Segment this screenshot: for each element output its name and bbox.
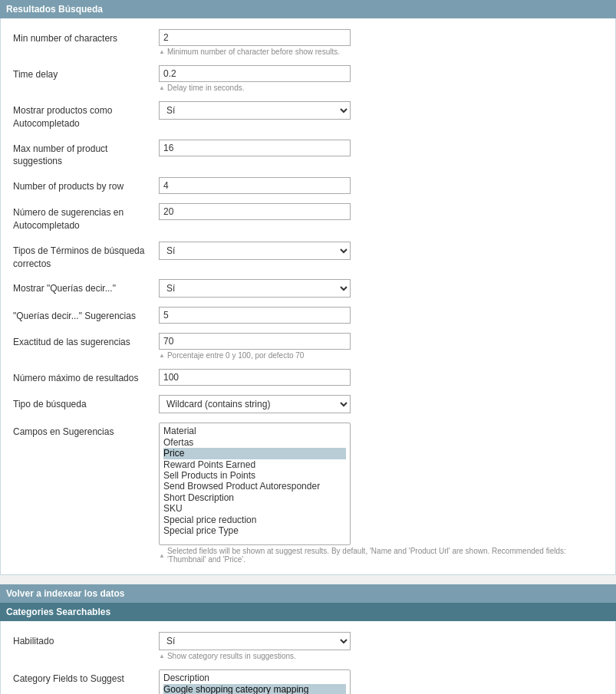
control-tipo-busqueda: Wildcard (contains string) Exact Fuzzy — [159, 395, 603, 413]
control-tipos-terminos: Sí No — [159, 242, 603, 260]
input-sugerencias-auto[interactable] — [159, 203, 351, 220]
control-habilitado: Sí No Show category results in suggestio… — [159, 632, 603, 660]
select-querias-decir[interactable]: Sí No — [159, 279, 351, 298]
input-products-row[interactable] — [159, 177, 351, 194]
form-row-exactitud: Exactitud de las sugerencias Porcentaje … — [1, 328, 615, 364]
label-time-delay: Time delay — [13, 65, 159, 81]
categories-header: Categories Searchables — [0, 603, 616, 621]
label-mostrar-productos: Mostrar productos como Autocompletado — [13, 101, 159, 130]
categories-content: Habilitado Sí No Show category results i… — [0, 621, 616, 694]
form-row-mostrar-productos: Mostrar productos como Autocompletado Sí… — [1, 97, 615, 135]
form-row-sugerencias-auto: Número de sugerencias en Autocompletado — [1, 199, 615, 237]
form-row-max-products: Max number of product suggestions — [1, 135, 615, 173]
hint-min-chars: Minimum number of character before show … — [159, 48, 603, 56]
input-min-chars[interactable] — [159, 29, 351, 46]
form-row-time-delay: Time delay Delay time in seconds. — [1, 61, 615, 97]
label-habilitado: Habilitado — [13, 632, 159, 648]
select-tipos-terminos[interactable]: Sí No — [159, 242, 351, 260]
label-products-row: Number of products by row — [13, 177, 159, 193]
input-max-resultados[interactable] — [159, 369, 351, 386]
form-row-querias-sugerencias: "Querías decir..." Sugerencias — [1, 302, 615, 328]
label-min-chars: Min number of characters — [13, 29, 159, 45]
form-row-max-resultados: Número máximo de resultados — [1, 364, 615, 390]
hint-exactitud: Porcentaje entre 0 y 100, por defecto 70 — [159, 351, 603, 360]
hint-campos-sugerencias: Selected fields will be shown at suggest… — [159, 547, 603, 564]
input-exactitud[interactable] — [159, 333, 351, 350]
label-max-products: Max number of product suggestions — [13, 140, 159, 169]
control-campos-sugerencias: Material Ofertas Price Reward Points Ear… — [159, 423, 603, 564]
control-max-products — [159, 140, 603, 156]
input-max-products[interactable] — [159, 140, 351, 156]
select-tipo-busqueda[interactable]: Wildcard (contains string) Exact Fuzzy — [159, 395, 351, 413]
label-category-fields: Category Fields to Suggest — [13, 669, 159, 686]
control-querias-sugerencias — [159, 307, 603, 324]
label-campos-sugerencias: Campos en Sugerencias — [13, 423, 159, 439]
hint-time-delay: Delay time in seconds. — [159, 84, 603, 92]
page-wrapper: Resultados Búsqueda Min number of charac… — [0, 0, 616, 694]
hint-habilitado: Show category results in suggestions. — [159, 652, 603, 660]
reindex-header: Volver a indexear los datos — [0, 584, 616, 603]
control-sugerencias-auto — [159, 203, 603, 220]
control-products-row — [159, 177, 603, 194]
form-row-min-chars: Min number of characters Minimum number … — [1, 25, 615, 61]
form-row-tipos-terminos: Tipos de Términos de búsqueda correctos … — [1, 237, 615, 275]
search-results-header: Resultados Búsqueda — [0, 0, 616, 18]
form-row-products-row: Number of products by row — [1, 173, 615, 199]
input-querias-sugerencias[interactable] — [159, 307, 351, 324]
label-tipo-busqueda: Tipo de búsqueda — [13, 395, 159, 411]
control-querias-decir: Sí No — [159, 279, 603, 298]
control-category-fields: Description Google shopping category map… — [159, 669, 603, 694]
select-mostrar-productos[interactable]: Sí No — [159, 101, 351, 120]
form-row-tipo-busqueda: Tipo de búsqueda Wildcard (contains stri… — [1, 390, 615, 418]
control-exactitud: Porcentaje entre 0 y 100, por defecto 70 — [159, 333, 603, 360]
label-exactitud: Exactitud de las sugerencias — [13, 333, 159, 349]
input-time-delay[interactable] — [159, 65, 351, 82]
control-time-delay: Delay time in seconds. — [159, 65, 603, 92]
label-querias-decir: Mostrar "Querías decir..." — [13, 279, 159, 295]
form-row-category-fields: Category Fields to Suggest Description G… — [1, 665, 615, 694]
label-tipos-terminos: Tipos de Términos de búsqueda correctos — [13, 242, 159, 271]
form-row-campos-sugerencias: Campos en Sugerencias Material Ofertas P… — [1, 418, 615, 568]
select-category-fields[interactable]: Description Google shopping category map… — [159, 669, 351, 694]
control-mostrar-productos: Sí No — [159, 101, 603, 120]
select-campos-sugerencias[interactable]: Material Ofertas Price Reward Points Ear… — [159, 423, 351, 545]
label-sugerencias-auto: Número de sugerencias en Autocompletado — [13, 203, 159, 232]
form-row-habilitado: Habilitado Sí No Show category results i… — [1, 627, 615, 665]
label-max-resultados: Número máximo de resultados — [13, 369, 159, 385]
form-row-querias-decir: Mostrar "Querías decir..." Sí No — [1, 275, 615, 302]
search-results-content: Min number of characters Minimum number … — [0, 18, 616, 575]
control-min-chars: Minimum number of character before show … — [159, 29, 603, 56]
control-max-resultados — [159, 369, 603, 386]
label-querias-sugerencias: "Querías decir..." Sugerencias — [13, 307, 159, 323]
select-habilitado[interactable]: Sí No — [159, 632, 351, 650]
